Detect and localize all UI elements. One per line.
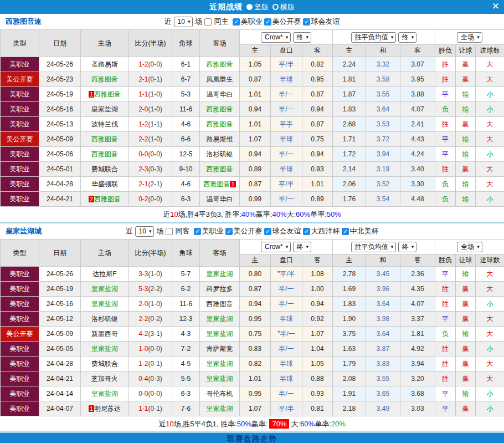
asian-away-odds: 1.04 bbox=[302, 342, 333, 357]
euro-avg-select[interactable]: 胜平负均值▾ bbox=[351, 32, 397, 43]
team-name: 皇家盐湖 bbox=[207, 405, 233, 413]
record-summary: 近10场,胜4平3负3, 胜率:40% 赢率:40% 大:60% 单率:50% bbox=[0, 207, 504, 222]
match-row: 美职业24-04-071明尼苏达1-1(0-1)7-6皇家盐湖1.07平/半0.… bbox=[1, 401, 504, 416]
asian-final-select[interactable]: 终▾ bbox=[293, 32, 312, 43]
asian-away-odds: 0.93 bbox=[302, 386, 333, 401]
team-name: 西雅图音 bbox=[91, 75, 118, 83]
asian-home-odds: 0.89 bbox=[240, 162, 271, 177]
close-icon[interactable]: ✕ bbox=[492, 1, 500, 12]
radio-vertical[interactable]: 竖版 bbox=[246, 2, 269, 12]
asian-home-odds: 1.01 bbox=[240, 371, 271, 386]
asian-home-odds: 1.01 bbox=[240, 87, 271, 102]
checkbox-checked-icon: ✓ bbox=[225, 228, 233, 235]
league-type-badge: 美职业 bbox=[1, 177, 39, 192]
team-name: 皇家盐湖 bbox=[91, 390, 118, 398]
scope-select[interactable]: 全场▾ bbox=[457, 32, 482, 43]
asian-odds-controls: Crow*▾ 终▾ bbox=[240, 30, 333, 45]
summary-segment: 大: bbox=[286, 210, 296, 220]
team-name: 凤凰重生 bbox=[207, 75, 233, 83]
asian-handicap: 平/半 bbox=[271, 57, 302, 72]
euro-final-select[interactable]: 终▾ bbox=[398, 32, 417, 43]
match-row: 美职业24-05-19皇家盐湖5-3(2-2)6-2科罗拉多0.87半/一1.0… bbox=[1, 282, 504, 297]
asian-away-odds: 0.92 bbox=[302, 312, 333, 327]
euro-home-odds: 1.79 bbox=[333, 357, 366, 371]
half-time-score: (2-2) bbox=[148, 285, 162, 293]
asian-home-odds: 0.75 bbox=[240, 327, 271, 342]
asian-final-select[interactable]: 终▾ bbox=[293, 242, 312, 252]
team-name: 圣路易斯 bbox=[91, 60, 118, 68]
goals-over-under: 大 bbox=[476, 267, 504, 282]
asian-home-odds: 1.07 bbox=[240, 132, 271, 147]
euro-draw-odds: 3.64 bbox=[366, 102, 400, 117]
bookmaker-select[interactable]: Crow*▾ bbox=[261, 242, 291, 252]
euro-away-odds: 3.07 bbox=[400, 57, 435, 72]
match-row: 美职业24-04-212西雅图音0-2(0-0)6-3温哥华白0.99半/一0.… bbox=[1, 192, 504, 207]
league-checkbox[interactable]: ✓美公开赛 bbox=[225, 226, 262, 236]
league-type-badge: 美职业 bbox=[1, 192, 39, 207]
scope-select[interactable]: 全场▾ bbox=[457, 242, 482, 252]
euro-home-odds: 2.14 bbox=[333, 162, 366, 177]
euro-avg-select[interactable]: 胜平负均值▾ bbox=[351, 242, 397, 252]
match-row: 美职业24-05-06西雅图音0-0(0-0)12-5洛杉矶银0.94半/一0.… bbox=[1, 147, 504, 162]
star-marker: * bbox=[277, 329, 280, 336]
titlebar: 近期战绩 竖版 横版 ✕ bbox=[0, 0, 504, 14]
match-count-select[interactable]: 10 ▾ bbox=[174, 17, 193, 27]
league-checkbox[interactable]: ✓美职业 bbox=[194, 226, 223, 236]
match-count-select[interactable]: 10 ▾ bbox=[135, 226, 155, 237]
dropdown-header-row: 类型 日期 主场 比分(半场) 角球 客场 Crow*▾ 终▾ 胜平负均值▾ 终… bbox=[1, 240, 504, 254]
half-time-score: (0-1) bbox=[148, 75, 162, 83]
euro-home-odds: 2.78 bbox=[333, 267, 366, 282]
scope-controls: 全场▾ bbox=[435, 240, 504, 254]
team-name: 西雅图音 bbox=[91, 150, 118, 158]
handicap-result: 赢 bbox=[456, 297, 476, 312]
radio-horizontal[interactable]: 横版 bbox=[272, 2, 295, 12]
full-time-score: 2-2 bbox=[138, 315, 148, 323]
handicap-result: 输 bbox=[456, 132, 476, 147]
unit-label: 场 bbox=[156, 226, 163, 236]
team-name: 哥伦布机 bbox=[207, 390, 233, 398]
euro-away-odds: 4.43 bbox=[400, 132, 435, 147]
home-team: 皇家盐湖 bbox=[81, 102, 129, 117]
league-checkbox[interactable]: ✓美公开赛 bbox=[264, 17, 301, 27]
radio-horizontal-label: 横版 bbox=[280, 2, 295, 12]
euro-draw-odds: 3.49 bbox=[366, 401, 400, 416]
near-label: 近 bbox=[126, 226, 133, 236]
score-cell: 2-1(0-1) bbox=[129, 72, 172, 87]
match-row: 美公开赛24-05-23西雅图音2-1(0-1)6-7凤凰重生0.87半球0.9… bbox=[1, 72, 504, 87]
home-team: 皇家盐湖 bbox=[81, 297, 129, 312]
asian-handicap: 半/一 bbox=[271, 192, 302, 207]
team-name: 皇家盐湖 bbox=[91, 345, 118, 353]
team-name: 西雅图音 bbox=[207, 60, 233, 68]
same-venue-checkbox[interactable] bbox=[204, 18, 212, 26]
euro-home-odds: 2.06 bbox=[333, 177, 366, 192]
home-team: 西雅图音 bbox=[81, 132, 129, 147]
bookmaker-select[interactable]: Crow*▾ bbox=[261, 32, 291, 43]
home-team: 华盛顿联 bbox=[81, 177, 129, 192]
goals-over-under: 大 bbox=[476, 117, 504, 132]
match-row: 美职业24-05-01费城联合2-3(0-3)9-10西雅图音0.89半球0.9… bbox=[1, 162, 504, 177]
euro-away-odds: 4.07 bbox=[400, 102, 435, 117]
away-team: 皇家盐湖 bbox=[200, 267, 240, 282]
league-checkbox[interactable]: ✓大西洋杯 bbox=[303, 226, 340, 236]
score-cell: 3-3(1-0) bbox=[129, 267, 172, 282]
league-checkbox[interactable]: ✓美职业 bbox=[233, 17, 262, 27]
chevron-down-icon: ▾ bbox=[149, 227, 152, 236]
league-checkbox[interactable]: ✓中北美杯 bbox=[342, 226, 378, 236]
away-team: 皇家盐湖 bbox=[200, 357, 240, 371]
footer-bar[interactable]: 联赛盘路走势 bbox=[0, 431, 504, 443]
euro-final-select[interactable]: 终▾ bbox=[398, 242, 417, 252]
full-time-score: 1-2 bbox=[138, 120, 148, 128]
asian-away-odds: 0.81 bbox=[302, 401, 333, 416]
asian-home-odds: 0.83 bbox=[240, 342, 271, 357]
euro-draw-odds: 3.55 bbox=[366, 371, 400, 386]
match-row: 美职业24-05-16皇家盐湖2-0(1-0)11-6西雅图音0.94半/一0.… bbox=[1, 297, 504, 312]
asian-home-odds: 0.82 bbox=[240, 357, 271, 371]
league-checkbox[interactable]: ✓球会友谊 bbox=[264, 226, 301, 236]
asian-handicap: 半球 bbox=[271, 357, 302, 371]
league-checkbox[interactable]: ✓球会友谊 bbox=[303, 17, 340, 27]
match-date: 24-04-07 bbox=[39, 401, 81, 416]
same-venue-checkbox[interactable] bbox=[166, 228, 173, 235]
league-type-badge: 美公开赛 bbox=[1, 327, 39, 342]
score-cell: 2-3(0-3) bbox=[129, 162, 172, 177]
match-count-value: 10 bbox=[139, 227, 146, 236]
